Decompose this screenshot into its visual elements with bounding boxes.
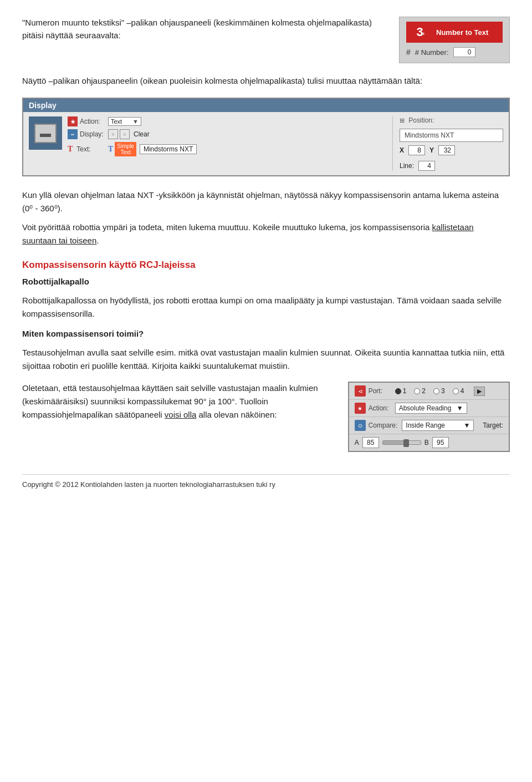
body-para2: Voit pyörittää robottia ympäri ja todeta… xyxy=(22,221,510,247)
simple-text-line2: Text xyxy=(117,149,134,155)
dp-action-select[interactable]: Text ▼ xyxy=(108,117,141,126)
number-to-text-panel: 3 " Number to Text # # Number: 0 xyxy=(399,17,510,63)
dp-position-label: ⊞ Position: xyxy=(400,116,503,124)
cp-compare-label: ⊙ Compare: xyxy=(355,420,398,431)
y-value[interactable]: 32 xyxy=(438,145,455,155)
display-block-icon: ▬ xyxy=(29,116,62,150)
ntb-icon-quote: " xyxy=(421,31,425,40)
radio-empty-2 xyxy=(414,388,420,394)
cp-port-label: ⊲ Port: xyxy=(355,385,391,397)
compass-left-para: Oletetaan, että testausohjelmaa käyttäen… xyxy=(22,382,331,422)
cp-range-area: A 85 B 95 xyxy=(355,437,449,448)
action-icon: ★ xyxy=(68,116,78,126)
dp-right: ⊞ Position: Mindstorms NXT X 8 Y 32 Line… xyxy=(392,116,503,171)
cp-ab-row: A 85 B 95 xyxy=(349,434,509,451)
cp-compare-icon: ⊙ xyxy=(355,420,366,431)
dp-action-value: Text xyxy=(111,118,122,125)
intro-para1: "Numeron muunto tekstiksi" –palikan ohja… xyxy=(22,17,382,42)
clear-circle2: ○ xyxy=(123,131,126,137)
ntb-number-row: # # Number: 0 xyxy=(406,46,503,58)
dp-header: Display xyxy=(23,99,509,112)
section-heading: Kompassisensorin käyttö RCJ-lajeissa xyxy=(22,260,510,271)
cp-port-radio-4[interactable]: 4 xyxy=(453,387,464,395)
miten-section: Miten kompassisensori toimii? Testausohj… xyxy=(22,327,510,373)
radio-empty-3 xyxy=(433,388,439,394)
cp-action-row: ★ Action: Absolute Reading ▼ xyxy=(349,400,509,417)
clear-icon-group: ○ ○ Clear xyxy=(108,129,150,139)
intro-section: "Numeron muunto tekstiksi" –palikan ohja… xyxy=(22,17,510,63)
line-value[interactable]: 4 xyxy=(418,161,435,171)
ntb-value-box: 0 xyxy=(453,47,475,57)
cp-slider-track[interactable] xyxy=(382,440,421,445)
intro-para2-block: Näyttö –palikan ohjauspaneelin (oikean p… xyxy=(22,74,510,88)
simple-text-box: Simple Text xyxy=(115,142,136,156)
dp-left: ▬ xyxy=(29,116,62,171)
ntb-number-label: # Number: xyxy=(415,48,449,57)
text-t-icon: T xyxy=(68,145,73,154)
cp-target-label: Target: xyxy=(483,422,503,429)
miten-para1: Testausohjelman avulla saat selville esi… xyxy=(22,346,510,373)
port-icon: ⊲ xyxy=(355,385,366,397)
dp-rows: ★ Action: Text ▼ ▪▪ Display: xyxy=(68,116,387,171)
dp-display-label: ▪▪ Display: xyxy=(68,129,104,139)
cp-port-row: ⊲ Port: 1 2 3 4 xyxy=(349,383,509,400)
dp-action-row: ★ Action: Text ▼ xyxy=(68,116,387,126)
cp-port-radio-2[interactable]: 2 xyxy=(414,387,426,395)
cp-port-radio-3[interactable]: 3 xyxy=(433,387,445,395)
cp-compare-row: ⊙ Compare: Inside Range ▼ Target: xyxy=(349,417,509,434)
display-row-icon: ▪▪ xyxy=(68,129,78,139)
dp-body: ▬ ★ Action: Text ▼ ▪▪ xyxy=(23,112,509,175)
cp-compare-dropdown-icon: ▼ xyxy=(463,422,470,429)
intro-text-block: "Numeron muunto tekstiksi" –palikan ohja… xyxy=(22,17,382,42)
simple-text-line1: Simple xyxy=(117,143,134,149)
sub-para: Robottijalkapallossa on hyödyllistä, jos… xyxy=(22,294,510,321)
display-icon-symbol: ▪▪ xyxy=(71,132,74,137)
text-t-blue-icon: T xyxy=(108,145,113,154)
compass-section: Oletetaan, että testausohjelmaa käyttäen… xyxy=(22,382,510,452)
text-icon-group: T Simple Text xyxy=(108,142,136,156)
body-para1: Kun yllä olevan ohjelman lataa NXT -yksi… xyxy=(22,189,510,215)
robottijalkapallo-section: Robottijalkapallo Robottijalkapallossa o… xyxy=(22,275,510,321)
position-icon: ⊞ xyxy=(400,117,405,124)
radio-empty-4 xyxy=(453,388,459,394)
cp-port-radio-1[interactable]: 1 xyxy=(395,387,407,395)
cp-a-label: A xyxy=(355,439,359,446)
x-value[interactable]: 8 xyxy=(408,145,425,155)
ntb-title-text: Number to Text xyxy=(436,28,488,37)
intro-para2: Näyttö –palikan ohjauspaneelin (oikean p… xyxy=(22,74,510,88)
cp-action-label: ★ Action: xyxy=(355,403,391,414)
footer-text: Copyright © 2012 Kontiolahden lasten ja … xyxy=(22,480,275,489)
x-label: X xyxy=(400,146,404,154)
clear-label: Clear xyxy=(134,130,150,138)
line-label: Line: xyxy=(400,162,414,170)
cp-slider-thumb xyxy=(403,439,409,447)
dp-text-label: T Text: xyxy=(68,145,104,154)
cp-action-value: Absolute Reading xyxy=(399,404,452,412)
cp-a-value[interactable]: 85 xyxy=(362,437,379,448)
dp-text-input[interactable]: Mindstorms NXT xyxy=(140,144,197,154)
cp-action-dropdown-icon: ▼ xyxy=(457,404,463,412)
radio-filled-1 xyxy=(395,388,401,394)
dp-text-value-group: T Simple Text Mindstorms NXT xyxy=(108,142,197,156)
body-section: Kun yllä olevan ohjelman lataa NXT -yksi… xyxy=(22,189,510,247)
sub-heading: Robottijalkapallo xyxy=(22,275,510,288)
dp-text-row: T Text: T Simple Text Mindstorms NXT xyxy=(68,142,387,156)
monitor-symbol: ▬ xyxy=(40,127,51,140)
clear-icon1: ○ xyxy=(108,129,118,139)
cp-compare-value: Inside Range xyxy=(406,422,445,429)
dp-text-label-text: Text: xyxy=(76,145,90,153)
compass-underline: voisi olla xyxy=(165,410,197,419)
monitor-icon: ▬ xyxy=(34,124,57,143)
clear-circle: ○ xyxy=(111,131,114,137)
compass-text: Oletetaan, että testausohjelmaa käyttäen… xyxy=(22,382,331,452)
dp-action-label: ★ Action: xyxy=(68,116,104,126)
y-label: Y xyxy=(429,146,434,154)
cp-port-radios: 1 2 3 4 ▶ xyxy=(395,387,485,396)
cp-action-select[interactable]: Absolute Reading ▼ xyxy=(395,403,467,414)
dp-line-row: Line: 4 xyxy=(400,161,503,171)
cp-b-value[interactable]: 95 xyxy=(432,437,449,448)
cp-port-arrow[interactable]: ▶ xyxy=(474,387,485,396)
cp-compare-select[interactable]: Inside Range ▼ xyxy=(402,420,474,431)
clear-icon2: ○ xyxy=(120,129,130,139)
compass-panel: ⊲ Port: 1 2 3 4 xyxy=(348,382,510,452)
